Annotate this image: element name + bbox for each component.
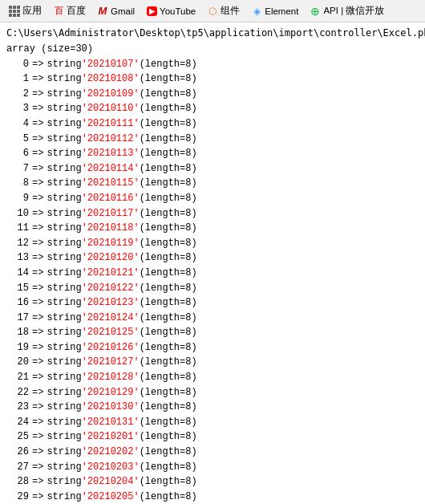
bookmark-element-label: Element (265, 6, 298, 16)
table-row: 7 => string '20210114' (length=8) (6, 161, 419, 177)
row-type: string (47, 87, 81, 102)
youtube-icon: ▶ (146, 6, 157, 17)
row-length: (length=8) (140, 266, 197, 281)
bookmark-youtube-label: YouTube (160, 6, 196, 16)
row-type: string (47, 460, 81, 475)
table-row: 1 => string '20210108' (length=8) (6, 71, 419, 87)
table-row: 29 => string '20210205' (length=8) (6, 490, 419, 504)
row-value: '20210107' (82, 57, 140, 72)
row-value: '20210114' (82, 161, 140, 177)
row-value: '20210111' (82, 116, 140, 132)
row-index: 13 (6, 250, 29, 266)
row-index: 18 (6, 325, 29, 340)
row-value: '20210120' (82, 250, 140, 266)
table-row: 12 => string '20210119' (length=8) (6, 236, 419, 251)
row-arrow: => (32, 191, 43, 206)
row-type: string (47, 474, 81, 490)
bookmark-youtube[interactable]: ▶ YouTube (142, 4, 200, 18)
row-type: string (47, 236, 81, 251)
table-row: 13 => string '20210120' (length=8) (6, 250, 419, 266)
row-type: string (47, 57, 81, 72)
row-arrow: => (32, 474, 43, 490)
grid-icon (9, 6, 20, 17)
row-length: (length=8) (140, 57, 197, 72)
row-index: 28 (6, 474, 29, 490)
row-value: '20210124' (82, 311, 140, 326)
row-index: 25 (6, 429, 29, 445)
bookmark-gmail[interactable]: M Gmail (93, 4, 139, 18)
table-row: 25 => string '20210201' (length=8) (6, 429, 419, 445)
table-row: 20 => string '20210127' (length=8) (6, 355, 419, 370)
row-value: '20210119' (82, 236, 140, 251)
row-length: (length=8) (140, 191, 197, 206)
row-arrow: => (32, 132, 43, 147)
row-type: string (47, 146, 81, 161)
table-row: 15 => string '20210122' (length=8) (6, 281, 419, 296)
row-index: 23 (6, 400, 29, 415)
row-length: (length=8) (140, 340, 197, 356)
row-value: '20210116' (82, 191, 140, 206)
row-value: '20210126' (82, 340, 140, 356)
row-arrow: => (32, 490, 43, 504)
row-index: 1 (6, 71, 29, 87)
row-index: 29 (6, 490, 29, 504)
row-type: string (47, 325, 81, 340)
element-icon: ◈ (251, 6, 262, 17)
row-length: (length=8) (140, 221, 197, 236)
row-value: '20210128' (82, 370, 140, 385)
row-value: '20210127' (82, 355, 140, 370)
table-row: 11 => string '20210118' (length=8) (6, 221, 419, 236)
row-arrow: => (32, 385, 43, 400)
table-row: 26 => string '20210202' (length=8) (6, 445, 419, 460)
bookmarks-bar: 应用 百 百度 M Gmail ▶ YouTube ⬡ 组件 ◈ Element… (0, 0, 425, 22)
row-type: string (47, 340, 81, 356)
row-length: (length=8) (140, 474, 197, 490)
row-type: string (47, 250, 81, 266)
gmail-icon: M (97, 6, 108, 17)
row-value: '20210202' (82, 445, 140, 460)
row-arrow: => (32, 400, 43, 415)
bookmark-baidu[interactable]: 百 百度 (49, 3, 90, 18)
row-index: 5 (6, 132, 29, 147)
row-length: (length=8) (140, 325, 197, 340)
row-index: 4 (6, 116, 29, 132)
row-type: string (47, 71, 81, 87)
bookmark-element[interactable]: ◈ Element (247, 4, 302, 18)
table-row: 23 => string '20210130' (length=8) (6, 400, 419, 415)
row-length: (length=8) (140, 370, 197, 385)
bookmark-apps[interactable]: 应用 (5, 3, 46, 18)
row-index: 26 (6, 445, 29, 460)
table-row: 2 => string '20210109' (length=8) (6, 87, 419, 102)
row-arrow: => (32, 221, 43, 236)
row-index: 20 (6, 355, 29, 370)
row-index: 12 (6, 236, 29, 251)
row-index: 24 (6, 415, 29, 430)
table-row: 9 => string '20210116' (length=8) (6, 191, 419, 206)
baidu-icon: 百 (53, 6, 64, 17)
row-length: (length=8) (140, 146, 197, 161)
row-type: string (47, 311, 81, 326)
bookmark-weixin[interactable]: ⊕ API | 微信开放 (306, 3, 388, 18)
table-row: 14 => string '20210121' (length=8) (6, 266, 419, 281)
row-index: 6 (6, 146, 29, 161)
row-length: (length=8) (140, 132, 197, 147)
row-length: (length=8) (140, 490, 197, 504)
row-index: 15 (6, 281, 29, 296)
bookmark-zujian[interactable]: ⬡ 组件 (203, 3, 244, 18)
row-value: '20210109' (82, 87, 140, 102)
row-arrow: => (32, 415, 43, 430)
row-index: 16 (6, 295, 29, 311)
row-index: 21 (6, 370, 29, 385)
array-output: array (size=30) 0 => string '20210107' (… (6, 42, 419, 504)
row-arrow: => (32, 281, 43, 296)
main-content: C:\Users\Administrator\Desktop\tp5\appli… (0, 22, 425, 504)
table-row: 24 => string '20210131' (length=8) (6, 415, 419, 430)
row-value: '20210123' (82, 295, 140, 311)
row-length: (length=8) (140, 311, 197, 326)
row-value: '20210110' (82, 101, 140, 116)
row-index: 19 (6, 340, 29, 356)
row-type: string (47, 132, 81, 147)
row-value: '20210117' (82, 206, 140, 222)
row-value: '20210203' (82, 460, 140, 475)
table-row: 16 => string '20210123' (length=8) (6, 295, 419, 311)
